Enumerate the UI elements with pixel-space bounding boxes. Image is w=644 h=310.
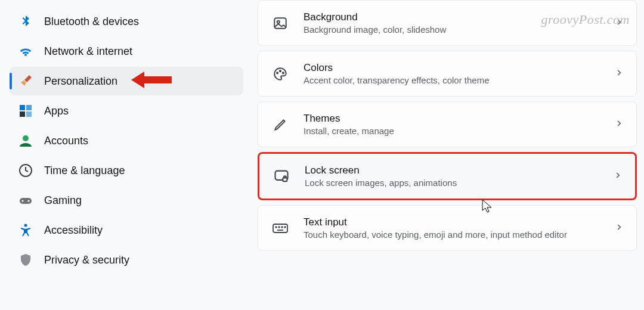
sidebar-label: Time & language bbox=[44, 165, 125, 177]
svg-point-9 bbox=[24, 224, 27, 227]
keyboard-icon bbox=[271, 219, 289, 237]
card-text: Colors Accent color, transparency effect… bbox=[304, 62, 600, 85]
personalization-panel: Background Background image, color, slid… bbox=[250, 0, 644, 310]
monitor-lock-icon bbox=[273, 168, 290, 185]
svg-rect-16 bbox=[283, 178, 287, 181]
svg-point-11 bbox=[277, 20, 280, 23]
svg-point-18 bbox=[275, 227, 277, 228]
sidebar-item-accessibility[interactable]: Accessibility bbox=[10, 216, 243, 244]
sidebar-label: Gaming bbox=[44, 194, 82, 207]
svg-point-13 bbox=[280, 70, 281, 72]
card-text: Lock screen Lock screen images, apps, an… bbox=[305, 165, 599, 188]
card-subtitle: Lock screen images, apps, animations bbox=[305, 178, 599, 188]
sidebar-item-network[interactable]: Network & internet bbox=[10, 37, 243, 66]
card-text-input[interactable]: Text input Touch keyboard, voice typing,… bbox=[258, 205, 637, 251]
svg-rect-17 bbox=[273, 224, 287, 232]
chevron-right-icon bbox=[615, 18, 623, 29]
person-icon bbox=[18, 133, 33, 148]
card-lock-screen[interactable]: Lock screen Lock screen images, apps, an… bbox=[258, 152, 637, 200]
sidebar-item-time[interactable]: Time & language bbox=[10, 156, 243, 185]
svg-rect-6 bbox=[20, 198, 32, 204]
settings-sidebar: Bluetooth & devices Network & internet P… bbox=[0, 0, 250, 310]
sidebar-label: Apps bbox=[44, 105, 69, 117]
card-title: Text input bbox=[304, 216, 600, 228]
accessibility-icon bbox=[18, 222, 33, 238]
chevron-right-icon bbox=[615, 223, 623, 234]
card-text: Themes Install, create, manage bbox=[304, 113, 600, 136]
svg-rect-10 bbox=[274, 18, 286, 28]
chevron-right-icon bbox=[615, 69, 623, 79]
sidebar-label: Accounts bbox=[44, 135, 88, 147]
svg-point-4 bbox=[23, 135, 29, 141]
card-themes[interactable]: Themes Install, create, manage bbox=[258, 101, 637, 147]
sidebar-label: Accessibility bbox=[44, 224, 103, 237]
svg-rect-0 bbox=[20, 105, 25, 110]
chevron-right-icon bbox=[614, 171, 622, 182]
svg-point-21 bbox=[284, 227, 286, 228]
card-title: Background bbox=[304, 11, 600, 23]
sidebar-item-personalization[interactable]: Personalization bbox=[10, 67, 243, 95]
palette-icon bbox=[271, 65, 289, 83]
sidebar-item-privacy[interactable]: Privacy & security bbox=[10, 246, 243, 274]
sidebar-label: Network & internet bbox=[44, 45, 132, 58]
sidebar-label: Bluetooth & devices bbox=[44, 16, 139, 28]
annotation-arrow-icon bbox=[131, 72, 172, 91]
card-text: Text input Touch keyboard, voice typing,… bbox=[304, 216, 600, 240]
svg-rect-3 bbox=[26, 111, 32, 117]
sidebar-item-gaming[interactable]: Gaming bbox=[10, 186, 243, 215]
svg-point-19 bbox=[278, 227, 280, 228]
shield-icon bbox=[18, 252, 33, 268]
svg-point-8 bbox=[28, 200, 30, 202]
card-subtitle: Touch keyboard, voice typing, emoji and … bbox=[304, 230, 600, 240]
card-title: Themes bbox=[304, 113, 600, 125]
svg-point-7 bbox=[22, 200, 24, 202]
svg-point-14 bbox=[283, 72, 284, 73]
sidebar-item-bluetooth[interactable]: Bluetooth & devices bbox=[10, 7, 243, 36]
apps-icon bbox=[18, 103, 33, 119]
bluetooth-icon bbox=[18, 14, 33, 29]
chevron-right-icon bbox=[615, 119, 623, 130]
card-colors[interactable]: Colors Accent color, transparency effect… bbox=[258, 51, 637, 97]
paintbrush-icon bbox=[18, 73, 33, 89]
clock-globe-icon bbox=[18, 163, 33, 178]
sidebar-item-accounts[interactable]: Accounts bbox=[10, 126, 243, 155]
card-subtitle: Install, create, manage bbox=[304, 126, 600, 136]
card-text: Background Background image, color, slid… bbox=[304, 11, 600, 35]
picture-icon bbox=[271, 14, 289, 32]
svg-point-12 bbox=[277, 72, 278, 73]
card-title: Colors bbox=[304, 62, 600, 74]
sidebar-label: Personalization bbox=[44, 75, 117, 88]
wifi-icon bbox=[18, 44, 33, 59]
sidebar-label: Privacy & security bbox=[44, 254, 129, 266]
card-subtitle: Accent color, transparency effects, colo… bbox=[304, 75, 600, 85]
pen-icon bbox=[271, 116, 289, 134]
card-title: Lock screen bbox=[305, 165, 599, 176]
sidebar-item-apps[interactable]: Apps bbox=[10, 97, 243, 125]
svg-point-20 bbox=[281, 227, 283, 228]
gamepad-icon bbox=[18, 193, 33, 208]
svg-rect-1 bbox=[26, 105, 32, 110]
svg-rect-2 bbox=[20, 111, 25, 117]
card-subtitle: Background image, color, slideshow bbox=[304, 24, 600, 35]
card-background[interactable]: Background Background image, color, slid… bbox=[258, 0, 637, 46]
